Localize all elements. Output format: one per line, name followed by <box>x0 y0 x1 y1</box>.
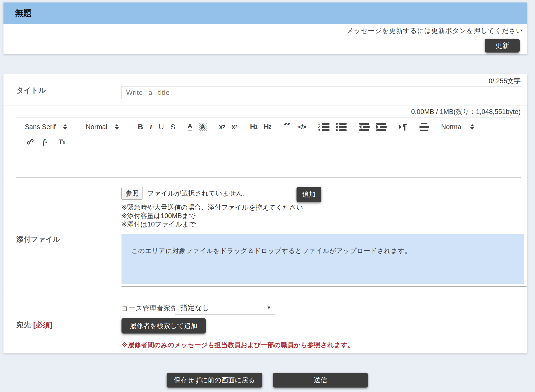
text-direction-icon[interactable]: ¶ <box>399 122 407 132</box>
course-admin-selected-value: 指定なし <box>175 303 263 313</box>
required-badge: [必須] <box>33 321 52 329</box>
rich-text-editor: Sans Serif Normal B I U S A A x2 x2 H1 <box>16 117 521 178</box>
clean-format-icon[interactable]: Tx <box>58 138 65 146</box>
paragraph-style-value: Normal <box>86 123 107 131</box>
font-family-value: Sans Serif <box>25 123 56 131</box>
formula-icon[interactable]: fx <box>43 138 47 146</box>
message-form-panel: 0/ 255文字 タイトル 0.00MB / 1MB(残り：1,048,551b… <box>3 74 527 353</box>
chevron-updown-icon <box>115 124 119 130</box>
paragraph-style-dropdown[interactable]: Normal <box>86 123 125 131</box>
add-attachment-button[interactable]: 追加 <box>297 187 321 202</box>
chevron-updown-icon <box>470 124 474 130</box>
subscript-icon[interactable]: x2 <box>219 123 225 131</box>
attachment-note-3: ※添付は10ファイルまで <box>121 220 303 228</box>
page-title: 無題 <box>15 7 32 19</box>
toolbar-row-1: Sans Serif Normal B I U S A A x2 x2 H1 <box>25 119 521 134</box>
dropdown-arrow-icon[interactable]: ▼ <box>263 301 275 314</box>
recipient-label: 宛先[必須] <box>16 320 52 330</box>
course-admin-label: コース管理者宛先 <box>121 304 177 313</box>
text-color-icon[interactable]: A <box>188 123 193 131</box>
editor-row: 0.00MB / 1MB(残り：1,048,551byte) Sans Seri… <box>3 106 527 183</box>
attachment-label: 添付ファイル <box>16 234 60 244</box>
browse-file-button[interactable]: 参照 <box>121 187 143 200</box>
attachment-notes: ※緊急時や大量送信の場合、添付ファイルを控えてください ※添付容量は100MBま… <box>121 203 303 228</box>
attachment-row: 添付ファイル 参照 ファイルが選択されていません。 追加 ※緊急時や大量送信の場… <box>3 183 527 295</box>
course-admin-select[interactable]: 指定なし ▼ <box>175 301 275 315</box>
dropzone-text: このエリアに対象ファイルをドラッグ＆ドロップするとファイルがアップロードされます… <box>131 247 411 254</box>
chevron-updown-icon <box>63 124 67 130</box>
text-align-icon[interactable] <box>419 123 429 131</box>
file-dropzone[interactable]: このエリアに対象ファイルをドラッグ＆ドロップするとファイルがアップロードされます… <box>121 234 524 284</box>
search-students-button[interactable]: 履修者を検索して追加 <box>121 318 206 334</box>
editor-toolbar: Sans Serif Normal B I U S A A x2 x2 H1 <box>16 117 521 150</box>
ordered-list-icon[interactable] <box>318 123 329 131</box>
bold-icon[interactable]: B <box>138 123 143 131</box>
bullet-list-icon[interactable] <box>336 123 347 131</box>
header-body: メッセージを更新するには更新ボタンを押してください 更新 <box>3 24 527 53</box>
line-height-dropdown[interactable]: Normal <box>441 123 483 131</box>
strikethrough-icon[interactable]: S <box>170 123 175 131</box>
header-panel: 無題 メッセージを更新するには更新ボタンを押してください 更新 <box>3 2 527 54</box>
send-button[interactable]: 送信 <box>273 373 368 388</box>
recipient-note: ※履修者間のみのメッセージも担当教員および一部の職員から参照されます。 <box>121 341 354 349</box>
font-family-dropdown[interactable]: Sans Serif <box>25 123 73 131</box>
underline-icon[interactable]: U <box>159 123 164 131</box>
update-button[interactable]: 更新 <box>485 39 520 53</box>
indent-icon[interactable] <box>376 123 387 131</box>
blockquote-icon[interactable]: ” <box>283 123 292 131</box>
link-icon[interactable] <box>26 138 34 146</box>
editor-size-info: 0.00MB / 1MB(残り：1,048,551byte) <box>411 107 521 116</box>
file-select-row: 参照 ファイルが選択されていません。 <box>121 187 250 200</box>
back-without-save-button[interactable]: 保存せずに前の画面に戻る <box>167 373 262 388</box>
no-file-selected-text: ファイルが選択されていません。 <box>147 189 250 198</box>
header-2-icon[interactable]: H2 <box>264 123 271 131</box>
recipient-row: コース管理者宛先 指定なし ▼ 宛先[必須] 履修者を検索して追加 ※履修者間の… <box>3 295 527 353</box>
title-char-counter: 0/ 255文字 <box>489 77 521 85</box>
divider <box>121 286 527 287</box>
attachment-note-2: ※添付容量は100MBまで <box>121 212 303 220</box>
title-row: 0/ 255文字 タイトル <box>3 74 527 106</box>
attachment-note-1: ※緊急時や大量送信の場合、添付ファイルを控えてください <box>121 203 303 212</box>
header-1-icon[interactable]: H1 <box>250 123 257 131</box>
toolbar-row-2: fx Tx <box>25 134 521 149</box>
title-label: タイトル <box>16 85 46 95</box>
outdent-icon[interactable] <box>359 123 370 131</box>
editor-content-area[interactable] <box>16 150 521 177</box>
superscript-icon[interactable]: x2 <box>232 123 238 131</box>
update-hint-text: メッセージを更新するには更新ボタンを押してください <box>3 26 523 35</box>
italic-icon[interactable]: I <box>149 123 152 131</box>
code-block-icon[interactable]: </> <box>298 123 306 131</box>
line-height-value: Normal <box>441 123 463 131</box>
message-title-bar: 無題 <box>3 2 527 24</box>
title-input[interactable] <box>121 86 521 99</box>
background-color-icon[interactable]: A <box>199 123 207 131</box>
